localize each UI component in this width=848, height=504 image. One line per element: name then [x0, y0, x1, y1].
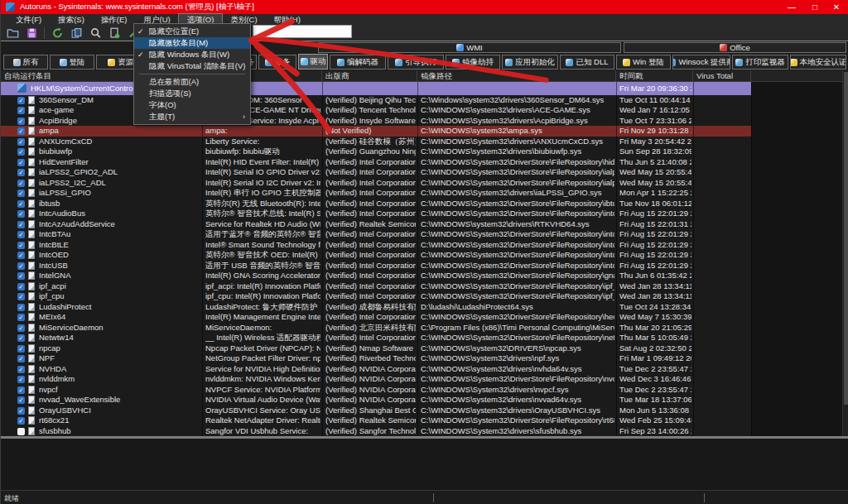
enabled-checkbox-checked[interactable]: ✓	[17, 396, 25, 404]
table-row-sfusbhub[interactable]: sfusbhubSangfor VDI Usbhub Service:(Veri…	[1, 426, 751, 437]
table-row-ampa[interactable]: ✓ampaampa:(Not Verified)C:\WINDOWS\syste…	[1, 126, 751, 137]
enabled-checkbox-checked[interactable]: ✓	[17, 159, 25, 166]
enabled-checkbox-checked[interactable]: ✓	[17, 386, 25, 394]
quick-filter-input[interactable]	[253, 25, 352, 38]
table-row-iaLPSSi_GPIO[interactable]: ✓iaLPSSi_GPIOIntel(R) 串行 IO GPIO 主机控制器驱动…	[1, 188, 751, 199]
column-header-timestamp[interactable]: 时间戳	[616, 70, 693, 82]
menu-item-hide-virustotal-clean[interactable]: 隐藏 VirusTotal 清除条目(V)	[134, 60, 250, 72]
table-row-ipf_acpi[interactable]: ✓ipf_acpiipf_acpi: Intel(R) Innovation P…	[1, 281, 751, 292]
table-row-ace-game[interactable]: ✓ace-gameace-game: ACE-GAME NT Driver(Ve…	[1, 105, 751, 116]
close-button[interactable]: ✕	[826, 0, 847, 14]
table-row-IntelGNA[interactable]: ✓IntelGNAIntel(R) GNA Scoring Accelerato…	[1, 271, 751, 281]
maximize-button[interactable]: □	[804, 0, 826, 14]
table-row-nvlddmkm[interactable]: ✓nvlddmkmnvlddmkm: NVIDIA Windows Kernel…	[1, 374, 751, 385]
table-row-npcap[interactable]: ✓npcapNpcap Packet Driver (NPCAP): Npcap…	[1, 343, 751, 354]
menu-item-hide-windows[interactable]: ✓隐藏 Windows 条目(W)	[134, 49, 250, 60]
scrollbar-thumb[interactable]	[844, 72, 848, 405]
tab-everything[interactable]: 所有	[3, 55, 48, 70]
enabled-checkbox-checked[interactable]: ✓	[17, 148, 25, 156]
copy-icon[interactable]	[68, 26, 84, 40]
enabled-checkbox-checked[interactable]: ✓	[17, 231, 25, 238]
table-row-IntcBTAu[interactable]: ✓IntcBTAu适用于蓝牙® 音频的英特尔® 智音技术: I...(Verif…	[1, 229, 751, 240]
table-row-ibtusb[interactable]: ✓ibtusb英特尔(R) 无线 Bluetooth(R): Intel(R) …	[1, 199, 751, 209]
jump-to-entry-icon[interactable]	[106, 26, 123, 40]
menubar-item-file[interactable]: 文件(F)	[7, 14, 50, 25]
table-row-nvpcf[interactable]: ✓nvpcfNVPCF Service: NVIDIA Platform Con…	[1, 385, 751, 396]
table-row-rt68cx21[interactable]: ✓rt68cx21Realtek NetAdapter Driver: Real…	[1, 415, 751, 426]
menu-item-hide-empty[interactable]: ✓隐藏空位置(E)	[134, 26, 250, 37]
table-row-Netwtw14[interactable]: ✓Netwtw14__ Intel(R) Wireless 适配器驱动程序 (.…	[1, 333, 751, 343]
enabled-checkbox-checked[interactable]: ✓	[17, 304, 25, 311]
enabled-checkbox-checked[interactable]: ✓	[17, 345, 25, 353]
enabled-checkbox-checked[interactable]: ✓	[17, 107, 25, 114]
tab-logon[interactable]: 登陆	[50, 55, 94, 70]
enabled-checkbox-checked[interactable]: ✓	[17, 334, 25, 342]
enabled-checkbox-checked[interactable]: ✓	[17, 127, 25, 135]
tab-print-monitors[interactable]: 打印监视器	[732, 55, 788, 70]
table-row-MiServiceDaemon[interactable]: ✓MiServiceDaemonMiServiceDaemon:(Verifie…	[1, 323, 751, 334]
registry-key-group-row[interactable]: HKLM\System\CurrentControlSet\ServicesFr…	[1, 82, 751, 95]
enabled-checkbox-checked[interactable]: ✓	[17, 366, 25, 373]
enabled-checkbox-checked[interactable]: ✓	[17, 190, 25, 197]
refresh-icon[interactable]	[49, 26, 65, 40]
table-row-HidEventFilter[interactable]: ✓HidEventFilterIntel(R) HID Event Filter…	[1, 157, 751, 168]
tab-boot-execute[interactable]: 引导执行	[388, 55, 444, 70]
menu-item-scan-options[interactable]: 扫描选项(S)	[134, 88, 250, 99]
enabled-checkbox-checked[interactable]: ✓	[17, 200, 25, 208]
table-row-360Sensor_DM[interactable]: ✓360Sensor_DM360Sensor_DM: 360Sensor(Ver…	[1, 95, 751, 106]
menubar-item-help[interactable]: 帮助(H)	[266, 14, 309, 25]
enabled-checkbox-checked[interactable]: ✓	[17, 180, 25, 187]
table-row-IntcOED[interactable]: ✓IntcOED英特尔® 智音技术 OED: Intel(R) Smart S.…	[1, 250, 751, 261]
enabled-checkbox-checked[interactable]: ✓	[17, 283, 25, 290]
enabled-checkbox-checked[interactable]: ✓	[17, 272, 25, 280]
enabled-checkbox-checked[interactable]: ✓	[17, 355, 25, 362]
table-row-IntcUSB[interactable]: ✓IntcUSB适用于 USB 音频的英特尔® 智音技术: In...(Veri…	[1, 261, 751, 271]
enabled-checkbox-checked[interactable]: ✓	[17, 169, 25, 176]
enabled-checkbox-checked[interactable]: ✓	[17, 138, 25, 146]
enabled-checkbox-checked[interactable]: ✓	[17, 293, 25, 300]
table-row-iaLPSS2_I2C_ADL[interactable]: ✓iaLPSS2_I2C_ADLIntel(R) Serial IO I2C D…	[1, 178, 751, 189]
menubar-item-search[interactable]: 搜索(S)	[50, 14, 93, 25]
save-icon[interactable]	[23, 26, 40, 40]
minimize-button[interactable]: —	[781, 0, 802, 14]
table-row-IntcAzAudAddService[interactable]: ✓IntcAzAudAddServiceService for Realtek …	[1, 219, 751, 230]
table-row-MEIx64[interactable]: ✓MEIx64Intel(R) Management Engine Interf…	[1, 312, 751, 323]
enabled-checkbox-checked[interactable]: ✓	[17, 314, 25, 321]
tab-appinit[interactable]: 应用初始化	[502, 55, 558, 70]
tab-codecs[interactable]: 编解码器	[330, 55, 386, 70]
open-folder-icon[interactable]	[4, 26, 21, 40]
enabled-checkbox-checked[interactable]: ✓	[17, 417, 25, 425]
table-row-IntcAudioBus[interactable]: ✓IntcAudioBus英特尔® 智音技术总线: Intel(R) Smart…	[1, 209, 751, 219]
enabled-checkbox-checked[interactable]: ✓	[17, 262, 25, 270]
table-row-AcpiBridge[interactable]: ✓AcpiBridgeAcpi Bridge Service: Insyde A…	[1, 116, 751, 127]
column-header-virustotal[interactable]: Virus Total	[693, 70, 751, 82]
enabled-checkbox-checked[interactable]: ✓	[17, 252, 25, 259]
tab-services[interactable]: 服务	[258, 55, 296, 70]
table-row-OrayUSBVHCI[interactable]: ✓OrayUSBVHCIOrayUSBVHCI Service: Oray US…	[1, 406, 751, 416]
tab-wmi[interactable]: WMI	[318, 42, 621, 53]
column-header-image-path[interactable]: 镜像路径	[417, 70, 616, 82]
tab-winsock-providers[interactable]: Winsock 提供商	[672, 55, 730, 70]
table-row-IntcBtLE[interactable]: ✓IntcBtLEIntel® Smart Sound Technology f…	[1, 240, 751, 251]
tab-lsa[interactable]: 本地安全认证	[790, 55, 846, 70]
menu-item-font[interactable]: 字体(O)	[134, 99, 250, 111]
menu-item-always-on-top[interactable]: 总在最前面(A)	[134, 76, 250, 88]
enabled-checkbox-checked[interactable]: ✓	[17, 210, 25, 218]
enabled-checkbox-unchecked[interactable]	[17, 428, 25, 435]
enabled-checkbox-checked[interactable]: ✓	[17, 376, 25, 383]
column-header-publisher[interactable]: 出版商	[322, 70, 417, 82]
enabled-checkbox-checked[interactable]: ✓	[17, 118, 25, 125]
table-row-NPF[interactable]: ✓NPFNetGroup Packet Filter Driver: npf.s…	[1, 353, 751, 364]
menu-item-theme[interactable]: 主题(T)›	[134, 111, 250, 122]
table-row-iaLPSS2_GPIO2_ADL[interactable]: ✓iaLPSS2_GPIO2_ADLIntel(R) Serial IO GPI…	[1, 167, 751, 178]
enabled-checkbox-checked[interactable]: ✓	[17, 97, 25, 104]
menubar-item-action[interactable]: 操作(E)	[93, 14, 136, 25]
vertical-scrollbar[interactable]	[842, 70, 848, 436]
tab-winlogon[interactable]: Win 登陆	[616, 55, 671, 70]
enabled-checkbox-checked[interactable]: ✓	[17, 324, 25, 332]
table-row-biubiuwfp[interactable]: ✓biubiuwfpbiubiuwfp: biubiu驱动(Verified) …	[1, 146, 751, 157]
tab-known-dlls[interactable]: 已知 DLL	[560, 55, 614, 70]
menu-item-hide-microsoft[interactable]: 隐藏微软条目(M)	[134, 37, 250, 49]
table-row-nvvad_WaveExtensible[interactable]: ✓nvvad_WaveExtensibleNVIDIA Virtual Audi…	[1, 395, 751, 406]
enabled-checkbox-checked[interactable]: ✓	[17, 242, 25, 249]
